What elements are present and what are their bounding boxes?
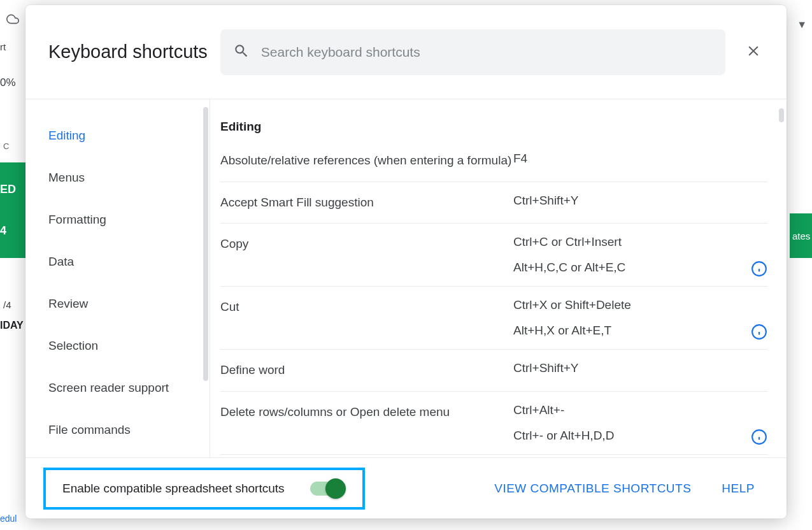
cloud-icon <box>0 0 25 38</box>
help-link[interactable]: HELP <box>722 482 755 496</box>
key-combo: Ctrl+Alt+- <box>513 403 767 417</box>
shortcut-row: Define wordCtrl+Shift+Y <box>220 350 767 392</box>
bg-text: rt <box>0 41 6 52</box>
shortcut-description: Delete rows/columns or Open delete menu <box>220 403 513 422</box>
key-combo: F4 <box>513 152 767 166</box>
key-combo: Alt+H,X or Alt+E,T <box>513 324 767 338</box>
info-icon[interactable] <box>751 429 767 445</box>
bg-date: /4 <box>3 299 11 310</box>
shortcut-keys: Ctrl+Shift+Y <box>513 194 767 208</box>
shortcut-keys: Ctrl+Shift+Y <box>513 361 767 375</box>
caret-down-icon: ▼ <box>797 19 807 31</box>
sidebar-item-formatting[interactable]: Formatting <box>25 199 210 241</box>
bg-day: IDAY <box>0 320 24 331</box>
info-icon[interactable] <box>751 261 767 277</box>
shortcut-description: Accept Smart Fill suggestion <box>220 194 513 212</box>
dialog-header: Keyboard shortcuts <box>25 5 787 99</box>
compat-toggle[interactable] <box>310 482 343 496</box>
bg-column-c: C <box>3 141 9 151</box>
shortcut-description: Copy <box>220 235 513 254</box>
content-scrollbar[interactable] <box>779 108 784 122</box>
shortcut-keys: F4 <box>513 152 767 166</box>
shortcut-keys: Ctrl+C or Ctrl+InsertAlt+H,C,C or Alt+E,… <box>513 235 767 275</box>
shortcut-row: Absolute/relative references (when enter… <box>220 152 767 182</box>
key-combo: Ctrl+Shift+Y <box>513 361 767 375</box>
bg-green-cell: ED 4 <box>0 162 25 258</box>
dialog-title: Keyboard shortcuts <box>48 41 208 62</box>
section-title: Editing <box>220 120 767 134</box>
search-field[interactable] <box>220 29 725 75</box>
shortcut-keys: Ctrl+Alt+-Ctrl+- or Alt+H,D,D <box>513 403 767 443</box>
bg-zoom: 0% <box>0 76 16 89</box>
sidebar-item-selection[interactable]: Selection <box>25 325 210 367</box>
sidebar-item-file-commands[interactable]: File commands <box>25 409 210 451</box>
search-icon <box>233 43 250 62</box>
bg-bottom-text: edul <box>0 513 17 524</box>
bg-green-text2: 4 <box>0 224 25 238</box>
sidebar-item-review[interactable]: Review <box>25 283 210 325</box>
key-combo: Alt+H,C,C or Alt+E,C <box>513 261 767 275</box>
shortcut-keys: Ctrl+X or Shift+DeleteAlt+H,X or Alt+E,T <box>513 298 767 338</box>
shortcuts-content: Editing Absolute/relative references (wh… <box>210 99 787 457</box>
shortcut-row: CutCtrl+X or Shift+DeleteAlt+H,X or Alt+… <box>220 287 767 350</box>
shortcut-row: Accept Smart Fill suggestionCtrl+Shift+Y <box>220 182 767 224</box>
sidebar-item-data[interactable]: Data <box>25 241 210 283</box>
key-combo: Ctrl+- or Alt+H,D,D <box>513 429 767 443</box>
shortcut-row: CopyCtrl+C or Ctrl+InsertAlt+H,C,C or Al… <box>220 224 767 287</box>
shortcut-row: Delete rows/columns or Open delete menuC… <box>220 392 767 455</box>
info-icon[interactable] <box>751 324 767 340</box>
view-compat-link[interactable]: VIEW COMPATIBLE SHORTCUTS <box>494 482 691 496</box>
toggle-label: Enable compatible spreadsheet shortcuts <box>62 482 285 496</box>
sidebar-item-editing[interactable]: Editing <box>25 115 210 157</box>
toggle-thumb <box>325 478 346 499</box>
enable-compat-highlight: Enable compatible spreadsheet shortcuts <box>43 468 365 510</box>
sidebar-item-screen-reader-support[interactable]: Screen reader support <box>25 367 210 409</box>
sidebar-item-menus[interactable]: Menus <box>25 157 210 199</box>
shortcut-description: Absolute/relative references (when enter… <box>220 152 513 170</box>
close-icon <box>745 43 762 62</box>
key-combo: Ctrl+X or Shift+Delete <box>513 298 767 312</box>
bg-green-text1: ED <box>0 183 25 196</box>
sidebar-scrollbar[interactable] <box>203 107 208 381</box>
shortcut-description: Define word <box>220 361 513 380</box>
category-sidebar: EditingMenusFormattingDataReviewSelectio… <box>25 99 210 457</box>
shortcut-description: Cut <box>220 298 513 317</box>
key-combo: Ctrl+Shift+Y <box>513 194 767 208</box>
search-input[interactable] <box>261 45 713 60</box>
bg-right-green: ates <box>790 213 812 258</box>
dialog-footer: Enable compatible spreadsheet shortcuts … <box>25 457 787 519</box>
keyboard-shortcuts-dialog: Keyboard shortcuts EditingMenusFormattin… <box>25 5 787 519</box>
close-button[interactable] <box>738 37 769 68</box>
key-combo: Ctrl+C or Ctrl+Insert <box>513 235 767 249</box>
dialog-body: EditingMenusFormattingDataReviewSelectio… <box>25 99 787 457</box>
